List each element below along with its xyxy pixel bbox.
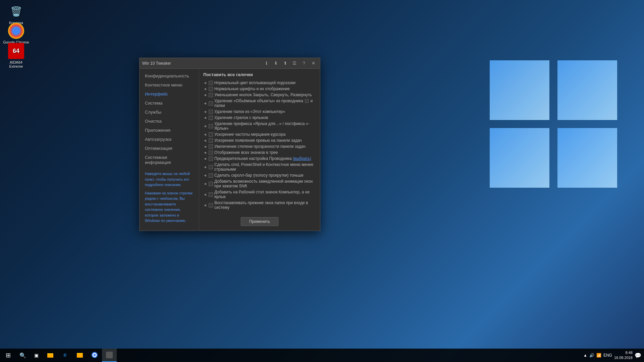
- arrow-icon-1[interactable]: ◄: [203, 81, 207, 85]
- checkbox-17[interactable]: [209, 203, 213, 207]
- check-label-17: Восстанавливать прежние окна папок при в…: [214, 200, 316, 210]
- menu-icon[interactable]: ☰: [290, 59, 299, 67]
- checkbox-8[interactable]: [209, 132, 213, 137]
- arrow-icon-12[interactable]: ◄: [203, 157, 207, 161]
- arrow-icon-8[interactable]: ◄: [203, 132, 207, 136]
- checkbox-12[interactable]: [209, 157, 213, 161]
- checkbox-2[interactable]: [209, 87, 213, 91]
- taskbar-app-file-explorer[interactable]: [43, 349, 58, 362]
- tray-network-icon[interactable]: 📶: [596, 353, 601, 358]
- checkbox-15[interactable]: [209, 182, 213, 186]
- tray-language[interactable]: ENG: [603, 353, 612, 358]
- win-logo-pane-tr: [557, 60, 617, 120]
- taskbar-right: ▲ 🔊 📶 ENG 8:48 16.09.2018 💬: [583, 349, 644, 362]
- arrow-icon-9[interactable]: ◄: [203, 138, 207, 142]
- check-label-12: Предварительная настройка Проводника (вы…: [214, 156, 311, 161]
- taskbar-apps: e: [43, 349, 117, 362]
- search-button[interactable]: 🔍: [16, 349, 30, 362]
- sidebar-item-context[interactable]: Контекстное меню: [140, 80, 199, 89]
- check-row-3: ◄ Уменьшение кнопок Закрыть, Свернуть, Р…: [203, 92, 316, 98]
- arrow-icon-10[interactable]: ◄: [203, 144, 207, 148]
- arrow-icon-11[interactable]: ◄: [203, 150, 207, 155]
- inline-checkbox-4[interactable]: [305, 99, 309, 103]
- check-row-6: ◄ Удаление стрелок с ярлыков: [203, 115, 316, 121]
- sidebar-item-autostart[interactable]: Автозагрузка: [140, 135, 199, 144]
- check-label-14: Сделать скролл-бар (полосу прокрутки) то…: [214, 173, 304, 178]
- dialog-titlebar: Win 10 Tweaker ℹ ⬇ ⬆ ☰ ? ✕: [140, 58, 320, 69]
- apply-button[interactable]: Применить: [241, 217, 278, 226]
- download-icon[interactable]: ⬇: [272, 59, 280, 67]
- win-logo-pane-br: [557, 128, 617, 188]
- check-label-3: Уменьшение кнопок Закрыть, Свернуть, Раз…: [214, 93, 312, 97]
- sidebar-item-services[interactable]: Службы: [140, 108, 199, 117]
- checkbox-10[interactable]: [209, 144, 213, 149]
- taskbar-app-edge[interactable]: e: [58, 349, 72, 362]
- desktop-icon-trash[interactable]: 🗑️ Корзина: [3, 3, 30, 25]
- checkbox-7[interactable]: [209, 124, 213, 128]
- win-logo-pane-bl: [490, 128, 549, 188]
- checkbox-3[interactable]: [209, 93, 213, 97]
- checkbox-4[interactable]: [209, 101, 213, 106]
- sidebar-note: Нажимая на значок стрелки рядом с чекбок…: [145, 190, 194, 224]
- checkbox-5[interactable]: [209, 110, 213, 114]
- desktop-icon-aida[interactable]: 64 AIDA64 Extreme: [3, 43, 30, 68]
- taskbar: ⊞ 🔍 ▣ e ▲ 🔊 📶 ENG 8:48 16.09.2018 💬: [0, 349, 644, 362]
- task-view-button[interactable]: ▣: [30, 349, 43, 362]
- info-icon[interactable]: ℹ: [262, 59, 270, 67]
- sidebar-item-system[interactable]: Система: [140, 99, 199, 108]
- sidebar-hint: Наведите мышь на любой пункт, чтобы полу…: [145, 171, 194, 188]
- win-logo-pane-tl: [490, 60, 549, 120]
- tray-volume-icon[interactable]: 🔊: [589, 353, 594, 358]
- check-label-16: Добавить на Рабочий стол значок Компьюте…: [214, 190, 316, 199]
- select-all-header[interactable]: Поставить все галочки: [203, 72, 316, 77]
- checkbox-6[interactable]: [209, 116, 213, 120]
- check-row-15: ◄ Добавить возможность замедленной анима…: [203, 178, 316, 189]
- check-label-7: Удаление префикса «Ярлык для…» / постфик…: [214, 121, 316, 131]
- arrow-icon-15[interactable]: ◄: [203, 182, 207, 186]
- check-row-2: ◄ Нормальные шрифты и их отображение: [203, 86, 316, 92]
- taskbar-app-active[interactable]: [102, 349, 117, 362]
- upload-icon[interactable]: ⬆: [281, 59, 289, 67]
- taskbar-clock[interactable]: 8:48 16.09.2018: [614, 350, 633, 361]
- arrow-icon-13[interactable]: ◄: [203, 165, 207, 169]
- svg-rect-4: [77, 354, 83, 358]
- explorer-settings-link[interactable]: (выбрать): [293, 156, 311, 161]
- desktop-icon-chrome[interactable]: Google Chrome: [3, 23, 30, 44]
- checkbox-13[interactable]: [209, 165, 213, 169]
- help-icon[interactable]: ?: [300, 59, 308, 67]
- sidebar-item-privacy[interactable]: Конфиденциальность: [140, 71, 199, 80]
- sidebar: Конфиденциальность Контекстное меню Инте…: [140, 69, 199, 231]
- checkbox-16[interactable]: [209, 192, 213, 197]
- arrow-icon-16[interactable]: ◄: [203, 192, 207, 196]
- checkbox-11[interactable]: [209, 150, 213, 155]
- taskbar-app-explorer2[interactable]: [72, 349, 87, 362]
- checkbox-14[interactable]: [209, 173, 213, 178]
- content-wrapper: Поставить все галочки ◄ Нормальный цвет …: [199, 69, 320, 231]
- checkbox-9[interactable]: [209, 138, 213, 143]
- sidebar-item-apps[interactable]: Приложения: [140, 126, 199, 135]
- sidebar-item-optimize[interactable]: Оптимизация: [140, 144, 199, 153]
- start-button[interactable]: ⊞: [0, 349, 16, 362]
- sidebar-item-sysinfo[interactable]: Системная информация: [140, 153, 199, 167]
- close-button[interactable]: ✕: [309, 59, 317, 67]
- arrow-icon-17[interactable]: ◄: [203, 203, 207, 207]
- chrome-icon: [8, 23, 24, 39]
- check-label-10: Увеличение степени прозрачности панели з…: [214, 144, 306, 149]
- aida-icon: 64: [8, 43, 24, 59]
- check-row-14: ◄ Сделать скролл-бар (полосу прокрутки) …: [203, 172, 316, 178]
- tray-up-arrow[interactable]: ▲: [583, 353, 587, 358]
- sidebar-item-cleanup[interactable]: Очистка: [140, 117, 199, 126]
- arrow-icon-7[interactable]: ◄: [203, 124, 207, 128]
- arrow-icon-3[interactable]: ◄: [203, 93, 207, 97]
- notifications-icon[interactable]: 💬: [635, 352, 641, 359]
- sidebar-item-interface[interactable]: Интерфейс: [140, 89, 199, 99]
- arrow-icon-6[interactable]: ◄: [203, 116, 207, 120]
- arrow-icon-14[interactable]: ◄: [203, 173, 207, 177]
- checkbox-1[interactable]: [209, 81, 213, 85]
- arrow-icon-4[interactable]: ◄: [203, 101, 207, 105]
- arrow-icon-5[interactable]: ◄: [203, 110, 207, 114]
- arrow-icon-2[interactable]: ◄: [203, 87, 207, 91]
- windows-logo-background: [490, 60, 617, 188]
- svg-rect-2: [47, 353, 50, 354]
- taskbar-app-chrome[interactable]: [87, 349, 102, 362]
